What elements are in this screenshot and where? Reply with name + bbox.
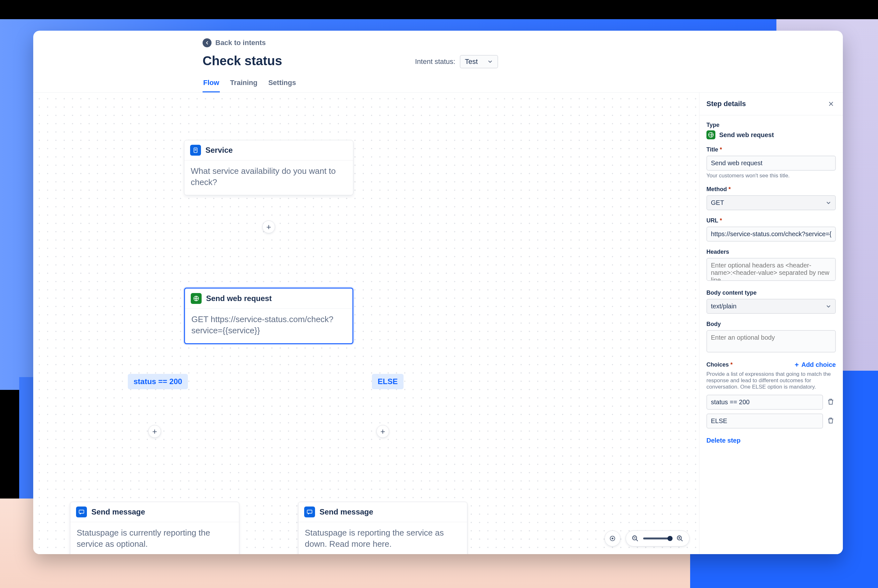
title-input[interactable] <box>706 156 836 171</box>
svg-rect-4 <box>79 510 84 513</box>
step-details-panel: Step details Type Send web request <box>699 93 843 554</box>
url-input[interactable] <box>706 226 836 242</box>
delete-choice-2[interactable] <box>827 417 836 426</box>
headers-input[interactable] <box>706 258 836 281</box>
app-window: Back to intents Check status Intent stat… <box>33 31 843 554</box>
type-value: Send web request <box>719 131 774 139</box>
decorative-bg <box>0 0 878 19</box>
choices-label: Choices <box>706 362 733 368</box>
connectors <box>33 93 129 141</box>
choice-input-1[interactable] <box>706 394 823 410</box>
node-send-message-right-body: Statuspage is reporting the service as d… <box>298 522 467 554</box>
flow-canvas[interactable]: Service What service availability do you… <box>33 93 699 554</box>
canvas-grid <box>33 93 699 554</box>
add-choice-button[interactable]: + Add choice <box>795 361 836 369</box>
recenter-button[interactable] <box>604 531 620 546</box>
zoom-in-icon <box>676 535 683 542</box>
body-label: Body <box>706 321 836 327</box>
title-help: Your customers won't see this title. <box>706 172 836 179</box>
node-service-body: What service availability do you want to… <box>184 160 353 195</box>
body-type-label: Body content type <box>706 290 836 296</box>
back-label: Back to intents <box>215 39 266 47</box>
node-web-request[interactable]: Send web request GET https://service-sta… <box>184 288 354 344</box>
web-request-icon <box>191 293 202 304</box>
url-label: URL <box>706 217 836 224</box>
tabs: Flow Training Settings <box>202 75 830 92</box>
zoom-out-icon <box>632 535 639 542</box>
method-select[interactable]: GET <box>706 195 836 210</box>
chevron-down-icon <box>826 200 832 206</box>
zoom-thumb[interactable] <box>667 536 673 541</box>
branch-status-200[interactable]: status == 200 <box>128 374 188 389</box>
add-step-button[interactable]: + <box>262 220 275 233</box>
node-send-message-right[interactable]: Send message Statuspage is reporting the… <box>298 502 467 554</box>
node-web-request-body: GET https://service-status.com/check?ser… <box>185 309 352 343</box>
intent-status-label: Intent status: <box>415 57 455 66</box>
node-service[interactable]: Service What service availability do you… <box>184 140 354 195</box>
delete-choice-1[interactable] <box>827 398 836 407</box>
close-panel-button[interactable] <box>826 99 836 109</box>
message-icon <box>76 507 87 518</box>
back-to-intents[interactable]: Back to intents <box>202 38 266 47</box>
node-service-title: Service <box>205 146 232 154</box>
svg-rect-5 <box>307 510 312 513</box>
page-title: Check status <box>202 54 282 68</box>
header: Back to intents Check status Intent stat… <box>33 31 843 92</box>
message-icon <box>304 507 315 518</box>
method-value: GET <box>711 199 724 207</box>
svg-point-7 <box>612 538 613 539</box>
node-send-message-left-body: Statuspage is currently reporting the se… <box>70 522 239 554</box>
tab-flow[interactable]: Flow <box>202 75 220 92</box>
web-request-icon <box>706 130 715 140</box>
node-send-message-left-title: Send message <box>91 507 145 516</box>
tab-training[interactable]: Training <box>229 75 258 92</box>
intent-status-value: Test <box>465 57 478 66</box>
chevron-down-icon <box>826 304 832 309</box>
title-label: Title <box>706 146 836 153</box>
add-step-button-right[interactable]: + <box>376 425 389 438</box>
intent-status-select[interactable]: Test <box>460 55 498 68</box>
node-send-message-right-title: Send message <box>319 507 373 516</box>
add-choice-label: Add choice <box>801 361 836 369</box>
back-arrow-icon <box>202 38 211 47</box>
body-input[interactable] <box>706 330 836 352</box>
zoom-slider[interactable] <box>626 531 689 546</box>
node-send-message-left[interactable]: Send message Statuspage is currently rep… <box>70 502 239 554</box>
plus-icon: + <box>795 362 799 369</box>
add-step-button-left[interactable]: + <box>148 425 161 438</box>
method-label: Method <box>706 186 836 193</box>
document-icon <box>190 145 201 156</box>
zoom-track[interactable] <box>643 537 672 539</box>
body-type-select[interactable]: text/plain <box>706 299 836 314</box>
zoom-controls <box>604 531 689 546</box>
node-web-request-title: Send web request <box>206 294 271 303</box>
choices-help: Provide a list of expressions that going… <box>706 371 836 390</box>
svg-line-12 <box>681 539 683 542</box>
branch-else[interactable]: ELSE <box>372 374 403 389</box>
chevron-down-icon <box>487 59 493 64</box>
headers-label: Headers <box>706 249 836 255</box>
delete-step-link[interactable]: Delete step <box>706 437 836 444</box>
choice-input-2[interactable] <box>706 414 823 429</box>
svg-line-9 <box>636 539 638 542</box>
type-label: Type <box>706 122 836 129</box>
tab-settings[interactable]: Settings <box>268 75 297 92</box>
panel-title: Step details <box>706 100 746 108</box>
body-type-value: text/plain <box>711 303 736 310</box>
